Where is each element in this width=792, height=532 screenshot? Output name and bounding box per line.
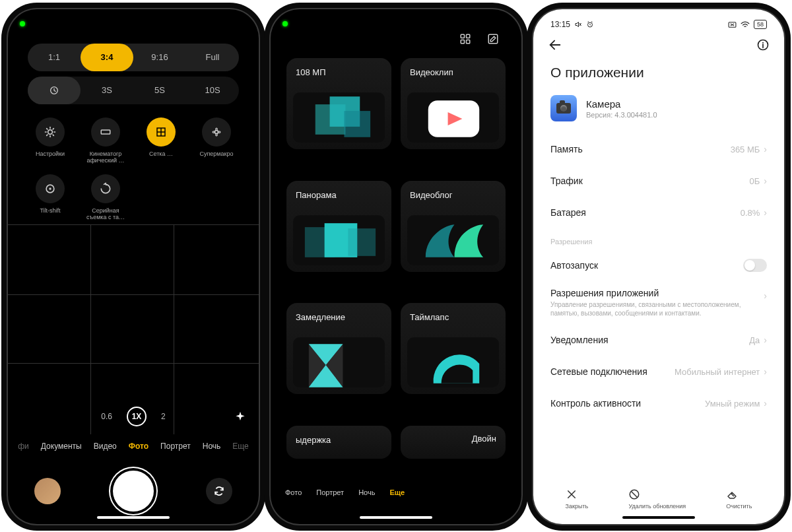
thumb-timelapse — [407, 337, 499, 387]
thumb-videoblog — [407, 215, 499, 265]
back-button[interactable] — [548, 38, 562, 52]
row-memory[interactable]: Память 365 МБ› — [550, 133, 767, 165]
app-version: Версия: 4.3.004481.0 — [586, 111, 657, 119]
mode-night[interactable]: Ночь — [203, 442, 221, 451]
app-name: Камера — [586, 98, 657, 110]
row-battery[interactable]: Батарея 0.8%› — [550, 197, 767, 228]
row-traffic[interactable]: Трафик 0Б› — [550, 165, 767, 197]
svg-rect-10 — [467, 40, 470, 44]
nav-row — [533, 29, 784, 61]
thumb-videoclip — [407, 92, 499, 143]
mode-more[interactable]: Еще — [232, 442, 248, 451]
mode-photo[interactable]: Фото — [129, 442, 148, 451]
bottom-action-bar: Закрыть Удалить обновления Очистить — [533, 488, 784, 510]
switch-camera-button[interactable] — [206, 478, 232, 504]
zoom-2[interactable]: 2 — [161, 412, 166, 421]
grid-icon — [155, 126, 167, 138]
no-sim-icon — [728, 21, 737, 28]
app-icon — [550, 95, 577, 121]
home-indicator[interactable] — [622, 516, 695, 519]
options-grid: Настройки Кинематогр афический … Сетка …… — [8, 107, 259, 220]
option-supermacro[interactable]: Супермакро — [191, 112, 242, 164]
info-button[interactable] — [756, 38, 770, 51]
mode-card-slowmo[interactable]: Замедление — [286, 303, 391, 394]
mode-card-timelapse[interactable]: Таймлапс — [401, 303, 506, 394]
action-clear[interactable]: Очистить — [726, 488, 752, 510]
option-grid[interactable]: Сетка … — [136, 112, 186, 164]
target-icon — [44, 182, 57, 195]
section-permissions: Разрешения — [550, 238, 767, 246]
home-indicator[interactable] — [97, 516, 170, 519]
svg-rect-11 — [488, 34, 498, 44]
timer-5s[interactable]: 5S — [133, 77, 186, 104]
grid-view-icon[interactable] — [459, 33, 471, 45]
zoom-1x[interactable]: 1X — [127, 407, 147, 426]
mode-card-108mp[interactable]: 108 МП — [286, 58, 391, 149]
mode-documents[interactable]: Документы — [41, 442, 82, 451]
shutter-row — [8, 458, 259, 524]
mode-card-dual[interactable]: Двойн — [401, 426, 506, 459]
mode-card-videoblog[interactable]: Видеоблог — [401, 181, 506, 272]
timer-10s[interactable]: 10S — [186, 77, 239, 104]
status-time: 13:15 — [550, 20, 570, 29]
action-close[interactable]: Закрыть — [566, 488, 589, 510]
row-app-permissions[interactable]: Разрешения приложений Управление разреше… — [550, 281, 767, 324]
svg-point-1 — [48, 130, 53, 135]
edit-icon[interactable] — [487, 33, 499, 45]
action-uninstall-updates[interactable]: Удалить обновления — [628, 488, 686, 510]
front-camera-dot — [20, 21, 25, 26]
autostart-toggle[interactable] — [743, 259, 767, 272]
svg-rect-24 — [309, 344, 343, 387]
gallery-thumbnail[interactable] — [34, 478, 61, 504]
mode2-portrait[interactable]: Портрет — [316, 488, 344, 496]
mode2-night[interactable]: Ночь — [358, 488, 375, 496]
alarm-icon — [586, 20, 594, 28]
thumb-108mp — [293, 92, 385, 143]
timer-off[interactable] — [28, 77, 81, 104]
option-cinematic[interactable]: Кинематогр афический … — [81, 112, 131, 164]
timer-icon — [49, 85, 59, 96]
ratio-1-1[interactable]: 1:1 — [28, 44, 81, 71]
mode-card-exposure[interactable]: ыдержка — [286, 426, 391, 459]
burst-icon — [99, 182, 112, 195]
mode-strip-2[interactable]: Фото Портрет Ночь Еще — [271, 481, 521, 504]
mode-strip[interactable]: фи Документы Видео Фото Портрет Ночь Еще — [8, 434, 259, 458]
app-header: Камера Версия: 4.3.004481.0 — [533, 92, 784, 133]
ratio-9-16[interactable]: 9:16 — [133, 44, 186, 71]
svg-rect-15 — [344, 111, 370, 137]
svg-rect-2 — [101, 130, 110, 134]
svg-rect-21 — [348, 228, 376, 256]
mute-icon — [574, 20, 582, 28]
option-settings[interactable]: Настройки — [25, 112, 75, 164]
filters-icon[interactable] — [234, 411, 247, 424]
mode-edge-left[interactable]: фи — [18, 442, 29, 451]
option-burst[interactable]: Серийная съемка с та… — [81, 169, 131, 220]
phone-camera-settings: 1:1 3:4 9:16 Full 3S 5S 10S Настройки Ки… — [8, 9, 259, 524]
timer-3s[interactable]: 3S — [81, 77, 133, 104]
mode2-more[interactable]: Еще — [389, 488, 405, 496]
zoom-0.6[interactable]: 0.6 — [101, 412, 112, 421]
mode-card-videoclip[interactable]: Видеоклип — [401, 58, 506, 149]
shutter-button[interactable] — [113, 471, 154, 512]
zoom-row: 0.6 1X 2 — [8, 407, 259, 426]
ratio-3-4[interactable]: 3:4 — [81, 44, 133, 71]
ratio-full[interactable]: Full — [186, 44, 239, 71]
row-notifications[interactable]: Уведомления Да› — [550, 324, 767, 356]
svg-point-6 — [49, 187, 51, 189]
row-autostart[interactable]: Автозапуск — [550, 249, 767, 281]
mode-card-panorama[interactable]: Панорама — [286, 181, 391, 272]
viewfinder[interactable]: 0.6 1X 2 — [8, 224, 259, 434]
mode-portrait[interactable]: Портрет — [160, 442, 191, 451]
page-title: О приложении — [533, 61, 784, 92]
svg-rect-9 — [461, 40, 464, 44]
sun-icon — [44, 125, 57, 139]
row-activity[interactable]: Контроль активности Умный режим› — [550, 387, 767, 419]
svg-point-4 — [215, 131, 218, 134]
row-network[interactable]: Сетевые подключения Мобильный интернет› — [550, 356, 767, 387]
svg-rect-8 — [467, 34, 470, 38]
mode2-photo[interactable]: Фото — [285, 488, 302, 496]
option-tiltshift[interactable]: Tilt-shift — [25, 169, 75, 220]
status-bar: 13:15 58 — [533, 9, 784, 29]
mode-video[interactable]: Видео — [94, 442, 117, 451]
home-indicator[interactable] — [360, 516, 432, 519]
